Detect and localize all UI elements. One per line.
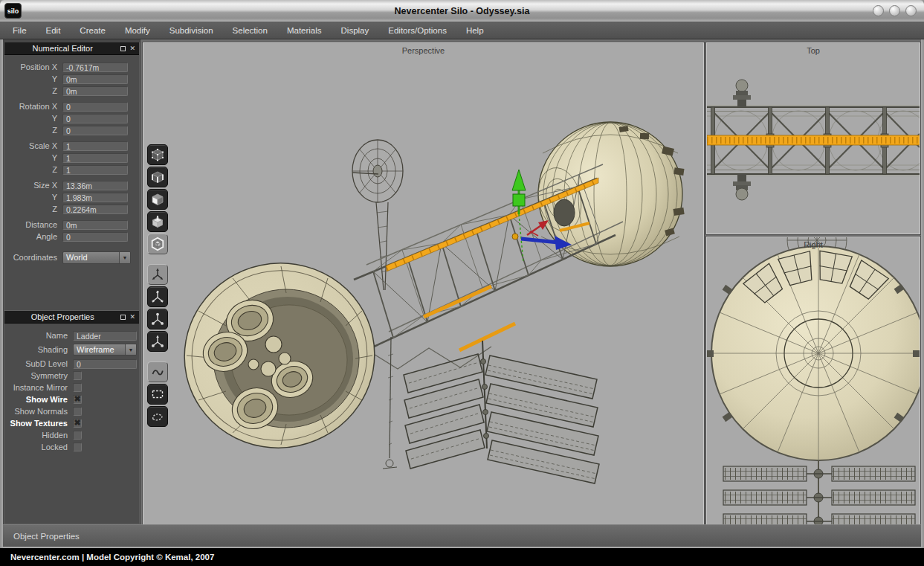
scale-z-field[interactable]: 1 — [62, 165, 128, 175]
title-bar[interactable]: silo Nevercenter Silo - Odyssey.sia — [0, 0, 924, 22]
window-minimize-button[interactable] — [873, 5, 884, 16]
move-tool-icon — [150, 267, 165, 282]
numerical-editor-titlebar[interactable]: Numerical Editor ✕ — [4, 42, 139, 55]
object-properties-titlebar[interactable]: Object Properties ✕ — [4, 311, 139, 324]
menu-selection[interactable]: Selection — [223, 22, 277, 39]
top-scene — [707, 43, 920, 234]
panel-detach-icon[interactable] — [120, 46, 126, 51]
status-text: Object Properties — [3, 532, 80, 541]
menu-display[interactable]: Display — [332, 22, 379, 39]
numerical-editor-panel: Numerical Editor ✕ Position X-0.7617m Y0… — [4, 42, 140, 311]
menu-subdivision[interactable]: Subdivision — [160, 22, 223, 39]
scale-tool-button[interactable] — [147, 309, 168, 329]
field-label: Z — [4, 165, 62, 174]
size-z-field[interactable]: 0.2264m — [62, 205, 128, 214]
menu-bar: File Edit Create Modify Subdivision Sele… — [0, 22, 924, 39]
checkbox-label: Show Wire — [4, 395, 73, 404]
model-solar-array — [404, 341, 599, 483]
window-title: Nevercenter Silo - Odyssey.sia — [0, 6, 924, 16]
position-z-field[interactable]: 0m — [62, 86, 128, 96]
rotation-x-field[interactable]: 0 — [62, 102, 128, 112]
field-label: Distance — [4, 220, 62, 229]
move-tool-button[interactable] — [147, 264, 168, 285]
menu-file[interactable]: File — [3, 22, 36, 39]
scale-y-field[interactable]: 1 — [62, 153, 128, 163]
show-normals-checkbox[interactable] — [73, 407, 82, 416]
edge-mode-button[interactable] — [147, 167, 168, 187]
silo-application-window: silo Nevercenter Silo - Odyssey.sia File… — [0, 0, 924, 566]
viewport-label-perspective: Perspective — [143, 46, 703, 55]
footer-caption-bar: Nevercenter.com | Model Copyright © Kema… — [0, 548, 924, 566]
shading-dropdown[interactable]: Wireframe ▼ — [73, 344, 137, 356]
edge-mode-icon — [150, 170, 165, 184]
checkbox-label: Instance Mirror — [4, 383, 73, 392]
angle-field[interactable]: 0 — [62, 232, 128, 242]
universal-manipulator-icon — [150, 334, 165, 349]
distance-field[interactable]: 0m — [62, 220, 128, 230]
instance-mirror-checkbox[interactable] — [73, 383, 82, 392]
right-sphere — [707, 246, 920, 460]
footer-text: Nevercenter.com | Model Copyright © Kema… — [0, 553, 214, 562]
checkbox-label: Locked — [4, 443, 73, 451]
field-label: Rotation X — [4, 102, 62, 111]
object-properties-panel: Object Properties ✕ NameLadder Shading W… — [4, 311, 140, 524]
face-mode-button[interactable] — [147, 189, 168, 210]
panel-detach-icon[interactable] — [120, 315, 126, 320]
size-x-field[interactable]: 13.36m — [62, 181, 128, 190]
field-label: Name — [4, 331, 73, 340]
vertex-mode-button[interactable] — [147, 144, 168, 165]
hidden-checkbox[interactable] — [73, 431, 82, 440]
coordinates-dropdown[interactable]: World ▼ — [62, 251, 131, 264]
rotate-tool-button[interactable] — [147, 286, 168, 307]
size-y-field[interactable]: 1.983m — [62, 193, 128, 202]
panel-close-icon[interactable]: ✕ — [129, 314, 135, 321]
right-viewport[interactable]: Right — [706, 237, 920, 525]
paint-select-button[interactable] — [147, 361, 168, 382]
menu-create[interactable]: Create — [70, 22, 115, 39]
scale-x-field[interactable]: 1 — [62, 141, 128, 151]
locked-checkbox[interactable] — [73, 443, 82, 451]
menu-help[interactable]: Help — [456, 22, 494, 39]
right-solar-panels — [723, 460, 915, 524]
tool-palette — [147, 144, 168, 437]
symmetry-checkbox[interactable] — [73, 371, 82, 380]
viewport-label-top: Top — [707, 46, 920, 55]
field-label: SubD Level — [4, 359, 73, 368]
object-properties-title: Object Properties — [4, 312, 120, 321]
right-scene — [707, 237, 920, 524]
panel-close-icon[interactable]: ✕ — [129, 45, 135, 52]
status-bar: Object Properties — [3, 524, 921, 547]
show-textures-checkbox[interactable] — [73, 419, 82, 428]
window-maximize-button[interactable] — [889, 5, 900, 16]
perspective-viewport[interactable]: Perspective — [143, 42, 704, 525]
rotation-z-field[interactable]: 0 — [62, 126, 128, 135]
paint-select-icon — [150, 364, 165, 379]
window-close-button[interactable] — [905, 5, 917, 16]
field-label: Position X — [4, 62, 62, 71]
field-label: Y — [4, 193, 62, 202]
object-name-field[interactable]: Ladder — [73, 331, 137, 341]
subd-level-field[interactable]: 0 — [73, 359, 137, 369]
position-y-field[interactable]: 0m — [62, 74, 128, 84]
object-mode-icon — [150, 237, 165, 251]
universal-manipulator-button[interactable] — [147, 331, 168, 352]
object-mode-button[interactable] — [147, 234, 168, 254]
marquee-select-button[interactable] — [147, 384, 168, 405]
dropdown-arrow-icon[interactable]: ▼ — [119, 252, 130, 263]
menu-materials[interactable]: Materials — [277, 22, 332, 39]
position-x-field[interactable]: -0.7617m — [62, 62, 128, 72]
top-viewport[interactable]: Top — [706, 42, 920, 234]
dropdown-arrow-icon[interactable]: ▼ — [125, 344, 136, 355]
show-wire-checkbox[interactable] — [73, 395, 82, 404]
checkbox-label: Symmetry — [4, 371, 73, 380]
element-mode-button[interactable] — [147, 211, 168, 232]
manipulator-origin — [512, 234, 518, 239]
lasso-select-button[interactable] — [147, 406, 168, 427]
face-mode-icon — [150, 192, 165, 207]
marquee-select-icon — [150, 387, 165, 402]
menu-editors-options[interactable]: Editors/Options — [378, 22, 456, 39]
menu-edit[interactable]: Edit — [36, 22, 71, 39]
rotation-y-field[interactable]: 0 — [62, 114, 128, 123]
menu-modify[interactable]: Modify — [115, 22, 160, 39]
field-label: Shading — [4, 345, 73, 354]
